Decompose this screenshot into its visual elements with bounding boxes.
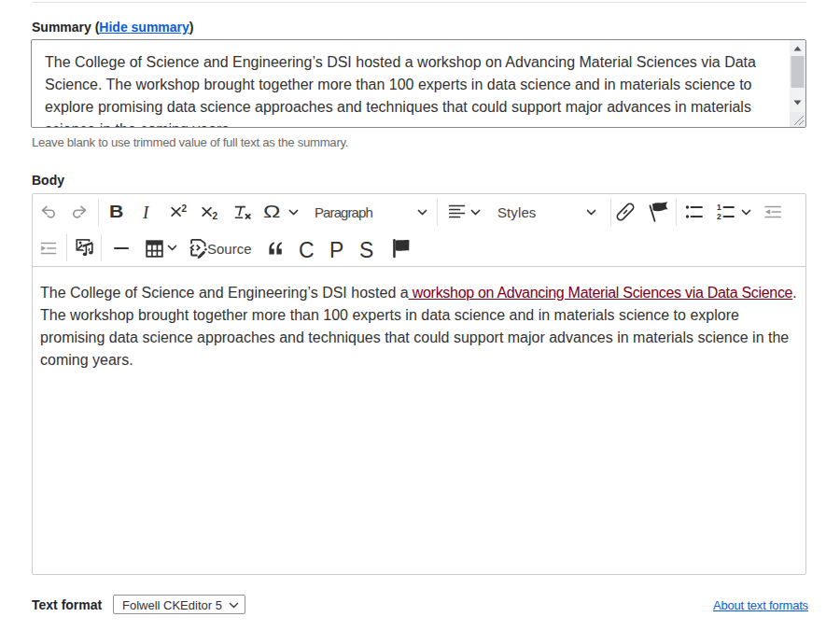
svg-text:2: 2 <box>717 212 721 221</box>
svg-text:2: 2 <box>213 211 218 221</box>
svg-text:2: 2 <box>182 203 188 214</box>
svg-text:1: 1 <box>717 203 721 212</box>
